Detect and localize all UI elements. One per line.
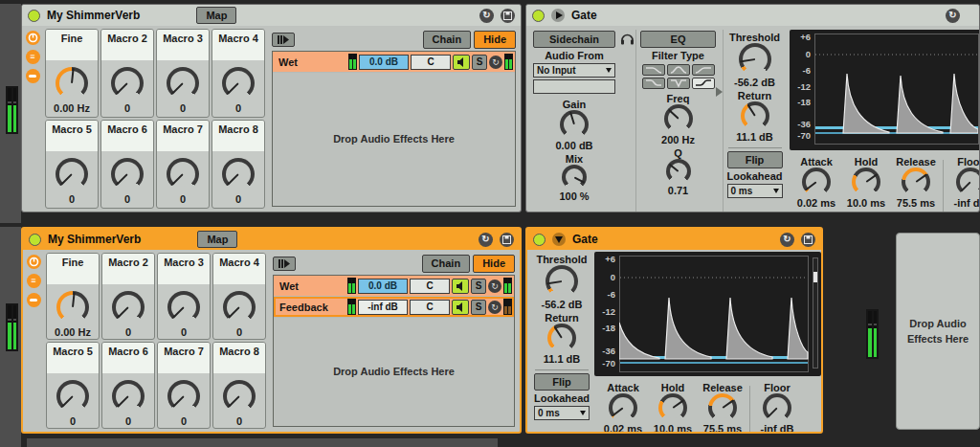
device-drop-panel[interactable]: Drop Audio Effects Here xyxy=(896,233,980,430)
filter-notch-icon[interactable] xyxy=(667,78,690,89)
macro-value[interactable]: 0.00 Hz xyxy=(55,326,91,338)
macro-name[interactable]: Macro 5 xyxy=(47,343,99,373)
macro-knob[interactable] xyxy=(222,158,255,190)
macro-knob[interactable] xyxy=(223,380,256,413)
headphones-icon[interactable] xyxy=(620,32,635,49)
macro-name[interactable]: Macro 3 xyxy=(157,30,209,60)
threshold-value[interactable]: -56.2 dB xyxy=(542,299,583,310)
hot-swap-icon[interactable]: ↻ xyxy=(479,233,493,247)
filter-highshelf-icon[interactable] xyxy=(692,78,715,89)
macro-name[interactable]: Macro 7 xyxy=(158,343,210,373)
device-drop-zone[interactable]: Drop Audio Effects Here xyxy=(274,318,514,426)
show-chain-list-icon[interactable]: ≡ xyxy=(27,274,41,288)
hide-view-button[interactable]: Hide xyxy=(474,31,516,48)
chain-name[interactable]: Feedback xyxy=(279,302,345,313)
macro-knob[interactable] xyxy=(223,291,256,324)
eq-button[interactable]: EQ xyxy=(640,31,716,48)
chain-hot-swap-icon[interactable]: ↻ xyxy=(488,279,501,293)
macro-name[interactable]: Macro 4 xyxy=(212,30,264,60)
macro-value[interactable]: 0 xyxy=(236,415,242,427)
freq-value[interactable]: 200 Hz xyxy=(661,134,695,145)
sidechain-expand-icon[interactable] xyxy=(551,9,565,22)
show-devices-icon[interactable] xyxy=(27,293,41,307)
macro-name[interactable]: Macro 7 xyxy=(157,121,209,151)
release-value[interactable]: 75.5 ms xyxy=(897,197,935,209)
floor-knob[interactable] xyxy=(763,393,791,422)
macro-knob[interactable] xyxy=(56,67,88,100)
chain-activator-speaker-icon[interactable] xyxy=(452,300,469,315)
audio-from-channel-select[interactable] xyxy=(533,79,615,94)
filter-bandpass-icon[interactable] xyxy=(667,64,690,76)
attack-knob[interactable] xyxy=(609,393,637,422)
macro-value[interactable]: 0 xyxy=(125,415,131,427)
device-drop-zone[interactable]: Drop Audio Effects Here xyxy=(273,73,515,206)
hot-swap-icon[interactable]: ↻ xyxy=(479,9,494,23)
hide-view-button[interactable]: Hide xyxy=(473,255,515,272)
macro-value[interactable]: 0 xyxy=(181,415,187,427)
hold-value[interactable]: 10.0 ms xyxy=(654,423,692,434)
hot-swap-icon[interactable]: ↻ xyxy=(946,9,960,23)
attack-value[interactable]: 0.02 ms xyxy=(604,423,642,434)
chain-row-wet[interactable]: Wet 0.0 dB C S ↻ xyxy=(274,276,514,296)
chain-activator-speaker-icon[interactable] xyxy=(453,55,470,70)
macro-knob[interactable] xyxy=(56,380,89,413)
macro-value[interactable]: 0 xyxy=(180,102,186,114)
sidechain-button[interactable]: Sidechain xyxy=(533,31,615,48)
macro-name[interactable]: Macro 5 xyxy=(46,121,98,151)
macro-knob[interactable] xyxy=(111,67,144,100)
mix-knob[interactable] xyxy=(562,165,587,190)
floor-value[interactable]: -inf dB xyxy=(954,197,979,209)
macro-knob[interactable] xyxy=(56,158,88,190)
macro-knob[interactable] xyxy=(167,67,199,100)
macro-knob[interactable] xyxy=(167,380,200,413)
macro-value[interactable]: 0 xyxy=(69,193,75,205)
device-activator-led[interactable] xyxy=(532,10,545,22)
save-preset-icon[interactable] xyxy=(501,9,515,23)
show-devices-icon[interactable] xyxy=(26,69,40,83)
floor-value[interactable]: -inf dB xyxy=(761,423,794,434)
macro-name[interactable]: Macro 2 xyxy=(101,30,153,60)
chain-hot-swap-icon[interactable]: ↻ xyxy=(488,301,501,314)
macro-value[interactable]: 0 xyxy=(125,326,131,338)
macro-value[interactable]: 0 xyxy=(235,102,241,114)
chain-pan[interactable]: C xyxy=(410,300,450,315)
filter-highpass-icon[interactable] xyxy=(692,64,715,76)
chain-volume[interactable]: 0.0 dB xyxy=(358,279,408,294)
macro-knob[interactable] xyxy=(222,67,255,100)
macro-value[interactable]: 0 xyxy=(181,326,187,338)
flip-button[interactable]: Flip xyxy=(534,373,590,391)
flip-button[interactable]: Flip xyxy=(727,151,783,168)
sidechain-expand-icon[interactable] xyxy=(552,233,566,246)
save-preset-icon[interactable] xyxy=(500,233,514,247)
return-value[interactable]: 11.1 dB xyxy=(544,353,581,365)
macro-knob[interactable] xyxy=(111,158,144,190)
return-value[interactable]: 11.1 dB xyxy=(736,131,773,143)
macro-name[interactable]: Fine xyxy=(47,254,99,284)
auto-select-button[interactable] xyxy=(272,33,295,47)
attack-knob[interactable] xyxy=(802,168,831,196)
gain-value[interactable]: 0.00 dB xyxy=(555,140,592,151)
audio-from-select[interactable]: No Input xyxy=(533,63,615,78)
chain-row-wet[interactable]: Wet 0.0 dB C S ↻ xyxy=(273,52,515,72)
rack-titlebar-top[interactable]: My ShimmerVerb Map ↻ xyxy=(22,5,521,26)
chain-solo-button[interactable]: S xyxy=(472,55,487,70)
map-button[interactable]: Map xyxy=(196,7,236,24)
macro-value[interactable]: 0.00 Hz xyxy=(54,102,90,114)
macro-knob[interactable] xyxy=(56,291,89,324)
q-value[interactable]: 0.71 xyxy=(668,185,688,196)
lookahead-select[interactable]: 0 ms xyxy=(534,406,590,420)
macro-name[interactable]: Macro 3 xyxy=(158,254,210,284)
chain-name[interactable]: Wet xyxy=(278,56,346,68)
return-knob[interactable] xyxy=(741,101,769,130)
threshold-value[interactable]: -56.2 dB xyxy=(734,77,775,88)
chain-name[interactable]: Wet xyxy=(279,280,345,292)
macro-name[interactable]: Macro 2 xyxy=(102,254,154,284)
chain-pan[interactable]: C xyxy=(411,55,451,70)
gain-knob[interactable] xyxy=(560,110,589,139)
gate-titlebar-top[interactable]: Gate ↻ xyxy=(526,5,979,26)
floor-knob[interactable] xyxy=(956,168,979,196)
chain-volume[interactable]: -inf dB xyxy=(358,300,408,315)
map-button[interactable]: Map xyxy=(197,231,237,248)
filter-lowpass-icon[interactable] xyxy=(642,64,665,76)
scrollbar[interactable] xyxy=(27,438,498,447)
